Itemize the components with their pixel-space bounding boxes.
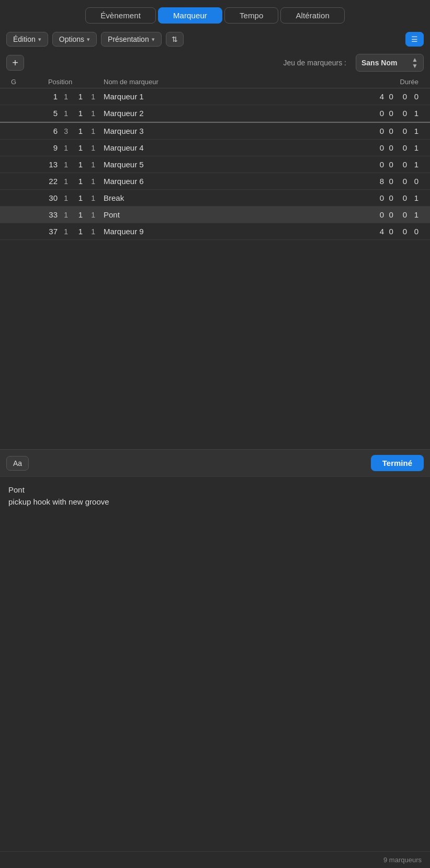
options-chevron: ▾: [87, 36, 90, 43]
presentation-chevron: ▾: [152, 36, 155, 43]
tab-marqueur[interactable]: Marqueur: [158, 7, 222, 24]
presentation-label: Présentation: [108, 35, 149, 43]
col-dur: 0 0 0 1: [335, 109, 424, 118]
filter-button[interactable]: ⇅: [166, 32, 184, 47]
tab-tempo[interactable]: Tempo: [224, 7, 279, 24]
col-name: Marqueur 5: [99, 160, 335, 169]
marker-count: 9 marqueurs: [383, 856, 422, 864]
toolbar: Édition ▾ Options ▾ Présentation ▾ ⇅ ☰: [0, 29, 430, 50]
action-row: + Jeu de marqueurs : Sans Nom ▲ ▼: [0, 50, 430, 76]
table-row[interactable]: 30 1 1 1 Break 0 0 0 1: [0, 190, 430, 207]
edition-button[interactable]: Édition ▾: [6, 32, 48, 47]
col-pos: 6 3 1 1: [21, 127, 99, 135]
col-name: Marqueur 6: [99, 177, 335, 186]
col-dur: 8 0 0 0: [335, 177, 424, 186]
col-pos: 13 1 1 1: [21, 160, 99, 169]
marker-set-label: Jeu de marqueurs :: [30, 59, 349, 67]
tab-bar: Évènement Marqueur Tempo Altération: [0, 0, 430, 29]
col-name: Marqueur 1: [99, 92, 335, 101]
termine-button[interactable]: Terminé: [371, 455, 424, 471]
col-dur: 4 0 0 0: [335, 227, 424, 236]
col-header-position: Position: [21, 78, 99, 86]
font-size-button[interactable]: Aa: [6, 456, 29, 471]
col-dur: 0 0 0 1: [335, 210, 424, 219]
options-button[interactable]: Options ▾: [52, 32, 97, 47]
col-name: Break: [99, 193, 335, 202]
table-row[interactable]: 13 1 1 1 Marqueur 5 0 0 0 1: [0, 156, 430, 173]
edition-chevron: ▾: [38, 36, 41, 43]
col-dur: 0 0 0 1: [335, 127, 424, 135]
col-name: Marqueur 2: [99, 109, 335, 118]
col-dur: 0 0 0 1: [335, 193, 424, 202]
tab-evenement[interactable]: Évènement: [85, 7, 156, 24]
col-dur: 4 0 0 0: [335, 92, 424, 101]
empty-area: [0, 240, 430, 449]
options-label: Options: [59, 35, 84, 43]
col-header-name: Nom de marqueur: [99, 78, 335, 86]
table-header: G Position Nom de marqueur Durée: [0, 76, 430, 88]
col-name: Marqueur 3: [99, 127, 335, 135]
table-row[interactable]: 1 1 1 1 Marqueur 1 4 0 0 0: [0, 88, 430, 105]
table-row[interactable]: 5 1 1 1 Marqueur 2 0 0 0 1: [0, 105, 430, 122]
col-dur: 0 0 0 1: [335, 143, 424, 152]
add-icon: +: [12, 58, 18, 68]
col-name: Marqueur 9: [99, 227, 335, 236]
col-header-g: G: [6, 78, 21, 86]
marker-set-value: Sans Nom: [361, 59, 397, 67]
list-view-button[interactable]: ☰: [405, 32, 424, 47]
presentation-button[interactable]: Présentation ▾: [101, 32, 162, 47]
list-icon: ☰: [411, 35, 418, 43]
col-pos: 22 1 1 1: [21, 177, 99, 186]
col-pos: 37 1 1 1: [21, 227, 99, 236]
status-bar: 9 marqueurs: [0, 851, 430, 868]
table-row[interactable]: 6 3 1 1 Marqueur 3 0 0 0 1: [0, 122, 430, 140]
note-line2: pickup hook with new groove: [8, 496, 422, 508]
bottom-controls: Aa Terminé: [0, 449, 430, 476]
edition-label: Édition: [13, 35, 36, 43]
table-row[interactable]: 33 1 1 1 Pont 0 0 0 1: [0, 207, 430, 223]
col-header-duree: Durée: [335, 78, 424, 86]
col-pos: 9 1 1 1: [21, 143, 99, 152]
marker-set-selector[interactable]: Sans Nom ▲ ▼: [356, 54, 424, 72]
col-name: Pont: [99, 210, 335, 219]
table-body: 1 1 1 1 Marqueur 1 4 0 0 0 5 1 1 1 Marqu…: [0, 88, 430, 240]
table-row[interactable]: 22 1 1 1 Marqueur 6 8 0 0 0: [0, 173, 430, 190]
add-marker-button[interactable]: +: [6, 55, 24, 71]
tab-alteration[interactable]: Altération: [280, 7, 344, 24]
col-name: Marqueur 4: [99, 143, 335, 152]
table-row[interactable]: 9 1 1 1 Marqueur 4 0 0 0 1: [0, 140, 430, 156]
note-text-area[interactable]: Pont pickup hook with new groove: [0, 476, 430, 644]
table-row[interactable]: 37 1 1 1 Marqueur 9 4 0 0 0: [0, 223, 430, 240]
col-pos: 33 1 1 1: [21, 210, 99, 219]
col-dur: 0 0 0 1: [335, 160, 424, 169]
marker-set-arrows: ▲ ▼: [412, 56, 418, 69]
col-pos: 1 1 1 1: [21, 92, 99, 101]
filter-icon: ⇅: [172, 35, 178, 43]
col-pos: 5 1 1 1: [21, 109, 99, 118]
note-line1: Pont: [8, 484, 422, 496]
col-pos: 30 1 1 1: [21, 193, 99, 202]
